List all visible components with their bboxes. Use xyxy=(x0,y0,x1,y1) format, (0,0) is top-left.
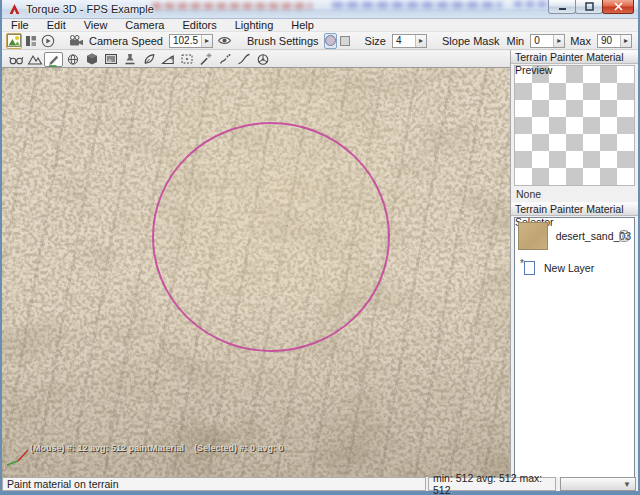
terrain-viewport[interactable]: (Mouse) #: 12 avg: 512 paintMaterial (Se… xyxy=(2,68,510,477)
new-layer-label[interactable]: New Layer xyxy=(544,262,594,274)
slope-min-input[interactable]: 0 ▸ xyxy=(530,34,565,48)
clear-terrain-icon xyxy=(141,51,157,67)
slope-mask-label: Slope Mask xyxy=(442,35,499,47)
raise-height-tool-button[interactable] xyxy=(25,52,44,67)
minimize-button[interactable] xyxy=(548,0,576,14)
material-list-item[interactable]: desert_sand_03 xyxy=(515,218,634,254)
slope-max-value[interactable]: 90 xyxy=(598,35,620,46)
height-stats: min: 512 avg: 512 max: 512 xyxy=(428,477,556,491)
smooth-height-tool-button[interactable] xyxy=(63,52,82,67)
chevron-down-icon: ▼ xyxy=(623,480,631,489)
paint-noise-icon xyxy=(84,51,100,67)
brush-shape-square-button[interactable] xyxy=(339,33,351,49)
menu-file[interactable]: File xyxy=(2,19,38,32)
set-empty-tool-button[interactable] xyxy=(158,52,177,67)
menu-lighting[interactable]: Lighting xyxy=(226,19,283,32)
app-window: Torque 3D - FPS Example File Edit View C… xyxy=(0,0,640,495)
menu-camera[interactable]: Camera xyxy=(116,19,173,32)
material-preview-checkerboard xyxy=(514,65,635,186)
select-area-tool-button[interactable] xyxy=(177,52,196,67)
camera-speed-label: Camera Speed xyxy=(89,35,163,47)
slope-max-label: Max xyxy=(570,35,591,47)
slope-max-dropdown-icon[interactable]: ▸ xyxy=(620,35,631,47)
background-blur-decoration xyxy=(152,3,312,9)
close-icon xyxy=(614,2,623,11)
selected-stats-overlay: (Selected) #: 0 avg: 0 xyxy=(194,443,284,453)
magic-wand-icon xyxy=(198,51,214,67)
brush-overlay xyxy=(2,68,510,477)
play-game-button[interactable] xyxy=(40,33,56,49)
menu-edit[interactable]: Edit xyxy=(38,19,75,32)
title-bar[interactable]: Torque 3D - FPS Example xyxy=(2,0,638,19)
magic-wand-tool-button[interactable] xyxy=(196,52,215,67)
select-area-icon xyxy=(179,51,195,67)
window-title: Torque 3D - FPS Example xyxy=(26,3,154,15)
brush-size-value[interactable]: 4 xyxy=(393,35,415,46)
new-layer-icon: * xyxy=(521,260,535,276)
material-wheel-icon xyxy=(255,51,271,67)
visibility-button[interactable] xyxy=(216,33,233,49)
terrain-tools-toolbar xyxy=(2,51,510,68)
raise-height-icon xyxy=(27,51,43,67)
set-height-tool-button[interactable] xyxy=(120,52,139,67)
brush-size-input[interactable]: 4 ▸ xyxy=(392,34,427,48)
camera-speed-dropdown-icon[interactable]: ▸ xyxy=(201,35,212,47)
camera-speed-value[interactable]: 102.5 xyxy=(170,35,201,46)
status-message: Paint material on terrain xyxy=(2,477,426,491)
camera-icon xyxy=(69,35,84,46)
square-brush-icon xyxy=(340,36,350,46)
slope-curve-tool-button[interactable] xyxy=(234,52,253,67)
slope-curve-icon xyxy=(236,51,252,67)
torque-logo-icon xyxy=(8,3,21,16)
menu-bar: File Edit View Camera Editors Lighting H… xyxy=(2,19,638,32)
paint-brush-tool-button[interactable] xyxy=(44,52,63,67)
brush-soft-icon xyxy=(217,51,233,67)
camera-speed-input[interactable]: 102.5 ▸ xyxy=(169,34,213,48)
material-thumbnail[interactable] xyxy=(518,222,548,250)
menu-view[interactable]: View xyxy=(75,19,117,32)
slope-min-value[interactable]: 0 xyxy=(531,35,553,46)
material-list[interactable]: desert_sand_03 * New Layer xyxy=(514,217,635,485)
set-height-icon xyxy=(122,51,138,67)
close-button[interactable] xyxy=(602,0,634,14)
main-toolbar: Camera Speed 102.5 ▸ Brush Settings Size… xyxy=(2,32,638,50)
grab-terrain-tool-button[interactable] xyxy=(6,52,25,67)
brush-soft-tool-button[interactable] xyxy=(215,52,234,67)
maximize-button[interactable] xyxy=(575,0,603,14)
status-bar: Paint material on terrain min: 512 avg: … xyxy=(2,477,638,491)
play-icon xyxy=(41,34,55,48)
delete-material-icon[interactable] xyxy=(619,230,629,243)
circle-brush-icon xyxy=(325,35,336,46)
menu-help[interactable]: Help xyxy=(282,19,323,32)
brush-size-label: Size xyxy=(365,35,386,47)
brush-settings-label: Brush Settings xyxy=(247,35,319,47)
slope-min-label: Min xyxy=(506,35,524,47)
flatten-height-icon xyxy=(103,51,119,67)
material-wheel-tool-button[interactable] xyxy=(253,52,272,67)
set-empty-icon xyxy=(160,51,176,67)
status-dropdown[interactable]: ▼ xyxy=(560,477,636,491)
slope-max-input[interactable]: 90 ▸ xyxy=(597,34,632,48)
new-layer-item[interactable]: * New Layer xyxy=(515,254,634,280)
smooth-height-icon xyxy=(65,51,81,67)
slope-min-dropdown-icon[interactable]: ▸ xyxy=(553,35,564,47)
camera-menu-button[interactable] xyxy=(68,33,85,49)
material-preview-selection: None xyxy=(511,186,638,202)
mouse-stats-overlay: (Mouse) #: 12 avg: 512 paintMaterial xyxy=(30,443,184,453)
landscape-icon xyxy=(7,34,21,47)
layout-icon xyxy=(25,35,37,47)
paint-noise-tool-button[interactable] xyxy=(82,52,101,67)
gui-editor-button[interactable] xyxy=(24,33,38,49)
material-selector-header: Terrain Painter Material Selector xyxy=(511,202,638,216)
menu-editors[interactable]: Editors xyxy=(173,19,225,32)
brush-size-dropdown-icon[interactable]: ▸ xyxy=(415,35,426,47)
brush-outline-circle xyxy=(153,123,389,351)
eye-icon xyxy=(217,35,232,46)
grab-terrain-icon xyxy=(8,51,24,67)
world-editor-button[interactable] xyxy=(6,33,22,49)
material-preview-header: Terrain Painter Material Preview xyxy=(511,50,638,64)
background-blur-decoration xyxy=(332,2,502,8)
brush-shape-circle-button[interactable] xyxy=(324,33,337,49)
clear-terrain-tool-button[interactable] xyxy=(139,52,158,67)
flatten-height-tool-button[interactable] xyxy=(101,52,120,67)
